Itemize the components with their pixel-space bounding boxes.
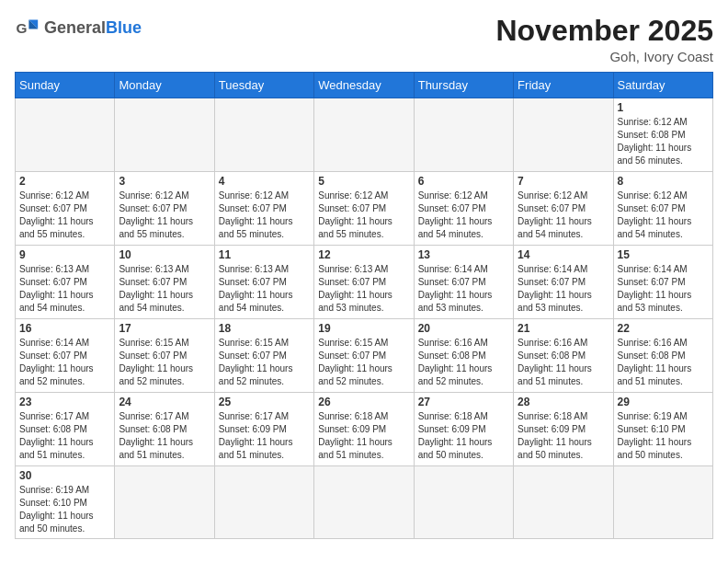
calendar-cell: 9Sunrise: 6:13 AM Sunset: 6:07 PM Daylig… xyxy=(16,246,115,319)
weekday-header-friday: Friday xyxy=(514,73,613,98)
calendar-cell xyxy=(214,98,313,172)
day-info: Sunrise: 6:18 AM Sunset: 6:09 PM Dayligh… xyxy=(418,410,509,462)
day-info: Sunrise: 6:17 AM Sunset: 6:09 PM Dayligh… xyxy=(219,410,310,462)
calendar-cell xyxy=(115,466,214,539)
day-info: Sunrise: 6:14 AM Sunset: 6:07 PM Dayligh… xyxy=(19,337,110,388)
calendar-cell: 30Sunrise: 6:19 AM Sunset: 6:10 PM Dayli… xyxy=(16,466,115,539)
day-info: Sunrise: 6:14 AM Sunset: 6:07 PM Dayligh… xyxy=(618,263,709,315)
day-info: Sunrise: 6:12 AM Sunset: 6:08 PM Dayligh… xyxy=(618,116,709,167)
day-number: 24 xyxy=(119,396,210,408)
day-number: 1 xyxy=(618,101,709,114)
day-number: 12 xyxy=(318,248,409,261)
day-info: Sunrise: 6:12 AM Sunset: 6:07 PM Dayligh… xyxy=(219,190,310,241)
day-number: 3 xyxy=(119,175,210,188)
day-info: Sunrise: 6:16 AM Sunset: 6:08 PM Dayligh… xyxy=(418,337,509,388)
calendar-cell: 19Sunrise: 6:15 AM Sunset: 6:07 PM Dayli… xyxy=(314,319,414,393)
day-info: Sunrise: 6:16 AM Sunset: 6:08 PM Dayligh… xyxy=(618,337,709,388)
logo-blue-text: Blue xyxy=(106,18,142,37)
day-number: 11 xyxy=(219,248,310,261)
calendar-cell: 6Sunrise: 6:12 AM Sunset: 6:07 PM Daylig… xyxy=(414,172,513,246)
day-number: 8 xyxy=(618,175,709,188)
day-info: Sunrise: 6:13 AM Sunset: 6:07 PM Dayligh… xyxy=(19,263,110,315)
location-title: Goh, Ivory Coast xyxy=(495,49,713,64)
day-number: 25 xyxy=(219,396,310,408)
calendar-cell: 14Sunrise: 6:14 AM Sunset: 6:07 PM Dayli… xyxy=(514,246,613,319)
day-info: Sunrise: 6:17 AM Sunset: 6:08 PM Dayligh… xyxy=(19,410,110,462)
day-number: 10 xyxy=(119,248,210,261)
calendar-cell xyxy=(115,98,214,172)
logo-general-text: General xyxy=(44,18,106,37)
calendar-week-row: 30Sunrise: 6:19 AM Sunset: 6:10 PM Dayli… xyxy=(16,466,713,539)
calendar-cell: 4Sunrise: 6:12 AM Sunset: 6:07 PM Daylig… xyxy=(214,172,313,246)
day-number: 23 xyxy=(19,396,110,408)
month-title: November 2025 xyxy=(495,15,713,47)
logo: G GeneralBlue xyxy=(15,15,142,40)
day-number: 4 xyxy=(219,175,310,188)
day-number: 14 xyxy=(518,248,609,261)
calendar-cell: 29Sunrise: 6:19 AM Sunset: 6:10 PM Dayli… xyxy=(613,393,712,466)
calendar-cell: 13Sunrise: 6:14 AM Sunset: 6:07 PM Dayli… xyxy=(414,246,513,319)
calendar-cell: 10Sunrise: 6:13 AM Sunset: 6:07 PM Dayli… xyxy=(115,246,214,319)
day-info: Sunrise: 6:15 AM Sunset: 6:07 PM Dayligh… xyxy=(318,337,409,388)
weekday-header-tuesday: Tuesday xyxy=(214,73,313,98)
day-number: 18 xyxy=(219,322,310,335)
calendar-cell: 17Sunrise: 6:15 AM Sunset: 6:07 PM Dayli… xyxy=(115,319,214,393)
day-number: 16 xyxy=(19,322,110,335)
calendar-cell: 7Sunrise: 6:12 AM Sunset: 6:07 PM Daylig… xyxy=(514,172,613,246)
calendar-header: SundayMondayTuesdayWednesdayThursdayFrid… xyxy=(16,73,713,98)
day-info: Sunrise: 6:18 AM Sunset: 6:09 PM Dayligh… xyxy=(518,410,609,462)
calendar-week-row: 9Sunrise: 6:13 AM Sunset: 6:07 PM Daylig… xyxy=(16,246,713,319)
day-number: 21 xyxy=(518,322,609,335)
calendar-cell: 20Sunrise: 6:16 AM Sunset: 6:08 PM Dayli… xyxy=(414,319,513,393)
day-info: Sunrise: 6:12 AM Sunset: 6:07 PM Dayligh… xyxy=(19,190,110,241)
calendar-body: 1Sunrise: 6:12 AM Sunset: 6:08 PM Daylig… xyxy=(16,98,713,539)
day-info: Sunrise: 6:19 AM Sunset: 6:10 PM Dayligh… xyxy=(618,410,709,462)
day-info: Sunrise: 6:13 AM Sunset: 6:07 PM Dayligh… xyxy=(318,263,409,315)
calendar-cell: 15Sunrise: 6:14 AM Sunset: 6:07 PM Dayli… xyxy=(613,246,712,319)
day-info: Sunrise: 6:19 AM Sunset: 6:10 PM Dayligh… xyxy=(19,484,110,535)
day-number: 29 xyxy=(618,396,709,408)
calendar-cell xyxy=(16,98,115,172)
calendar-cell: 5Sunrise: 6:12 AM Sunset: 6:07 PM Daylig… xyxy=(314,172,414,246)
calendar-cell: 2Sunrise: 6:12 AM Sunset: 6:07 PM Daylig… xyxy=(16,172,115,246)
svg-text:G: G xyxy=(16,20,27,36)
day-info: Sunrise: 6:13 AM Sunset: 6:07 PM Dayligh… xyxy=(219,263,310,315)
day-info: Sunrise: 6:12 AM Sunset: 6:07 PM Dayligh… xyxy=(618,190,709,241)
calendar-cell: 11Sunrise: 6:13 AM Sunset: 6:07 PM Dayli… xyxy=(214,246,313,319)
day-info: Sunrise: 6:16 AM Sunset: 6:08 PM Dayligh… xyxy=(518,337,609,388)
day-number: 13 xyxy=(418,248,509,261)
day-number: 17 xyxy=(119,322,210,335)
calendar-week-row: 16Sunrise: 6:14 AM Sunset: 6:07 PM Dayli… xyxy=(16,319,713,393)
calendar-cell: 22Sunrise: 6:16 AM Sunset: 6:08 PM Dayli… xyxy=(613,319,712,393)
day-number: 2 xyxy=(19,175,110,188)
weekday-header-sunday: Sunday xyxy=(16,73,115,98)
day-number: 26 xyxy=(318,396,409,408)
calendar-cell: 21Sunrise: 6:16 AM Sunset: 6:08 PM Dayli… xyxy=(514,319,613,393)
day-number: 30 xyxy=(19,469,110,482)
title-block: November 2025 Goh, Ivory Coast xyxy=(495,15,713,64)
day-number: 19 xyxy=(318,322,409,335)
weekday-header-thursday: Thursday xyxy=(414,73,513,98)
calendar-week-row: 23Sunrise: 6:17 AM Sunset: 6:08 PM Dayli… xyxy=(16,393,713,466)
day-info: Sunrise: 6:14 AM Sunset: 6:07 PM Dayligh… xyxy=(418,263,509,315)
calendar-cell xyxy=(514,466,613,539)
day-info: Sunrise: 6:13 AM Sunset: 6:07 PM Dayligh… xyxy=(119,263,210,315)
calendar-table: SundayMondayTuesdayWednesdayThursdayFrid… xyxy=(15,72,713,539)
day-info: Sunrise: 6:14 AM Sunset: 6:07 PM Dayligh… xyxy=(518,263,609,315)
calendar-cell: 28Sunrise: 6:18 AM Sunset: 6:09 PM Dayli… xyxy=(514,393,613,466)
day-number: 15 xyxy=(618,248,709,261)
calendar-cell: 12Sunrise: 6:13 AM Sunset: 6:07 PM Dayli… xyxy=(314,246,414,319)
calendar-cell xyxy=(314,98,414,172)
day-number: 22 xyxy=(618,322,709,335)
day-info: Sunrise: 6:12 AM Sunset: 6:07 PM Dayligh… xyxy=(518,190,609,241)
logo-icon: G xyxy=(15,15,40,40)
day-number: 27 xyxy=(418,396,509,408)
calendar-cell: 25Sunrise: 6:17 AM Sunset: 6:09 PM Dayli… xyxy=(214,393,313,466)
calendar-week-row: 2Sunrise: 6:12 AM Sunset: 6:07 PM Daylig… xyxy=(16,172,713,246)
weekday-header-row: SundayMondayTuesdayWednesdayThursdayFrid… xyxy=(16,73,713,98)
day-number: 7 xyxy=(518,175,609,188)
day-number: 28 xyxy=(518,396,609,408)
calendar-cell: 1Sunrise: 6:12 AM Sunset: 6:08 PM Daylig… xyxy=(613,98,712,172)
day-info: Sunrise: 6:15 AM Sunset: 6:07 PM Dayligh… xyxy=(119,337,210,388)
day-number: 5 xyxy=(318,175,409,188)
